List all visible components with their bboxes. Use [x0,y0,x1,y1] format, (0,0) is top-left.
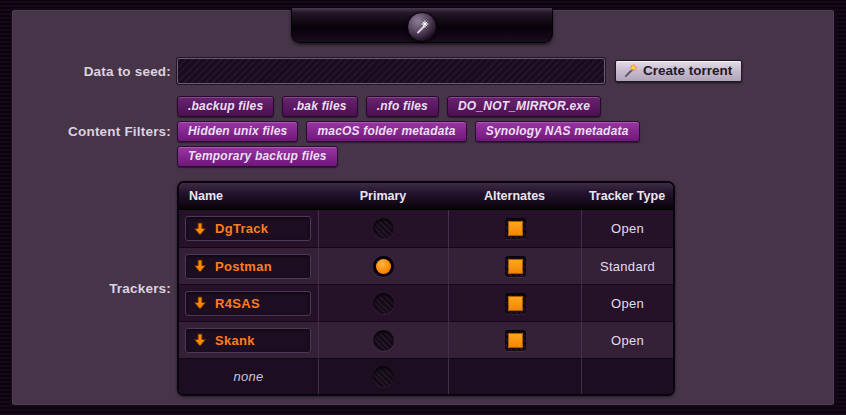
filter-chip[interactable]: .nfo files [366,96,439,117]
trackers-header-row: Name Primary Alternates Tracker Type [179,183,673,210]
section-header-bar[interactable] [291,8,553,43]
tracker-name-label: Postman [215,259,272,274]
trackers-table: Name Primary Alternates Tracker Type [179,183,673,394]
tracker-row-skank: Skank Open [179,321,673,358]
down-arrow-icon [193,333,207,347]
tracker-name-button[interactable]: DgTrack [185,216,311,241]
primary-radio[interactable] [373,218,394,239]
tracker-row-dgtrack: DgTrack Open [179,210,673,247]
filter-chip[interactable]: Temporary backup files [177,146,338,167]
alternates-checkbox[interactable] [505,218,526,239]
primary-radio-none[interactable] [373,366,394,387]
column-header-alternates: Alternates [448,183,581,210]
tracker-name-label: Skank [215,333,255,348]
tracker-row-postman: Postman Standard [179,247,673,284]
tracker-row-none: none [179,358,673,394]
tracker-name-button[interactable]: R4SAS [185,291,311,316]
tracker-name-button[interactable]: Postman [185,254,311,279]
tracker-type-cell: Standard [581,247,673,284]
create-torrent-button[interactable]: Create torrent [615,60,742,82]
content-filters-chip-group: .backup files .bak files .nfo files DO_N… [177,96,657,167]
filter-chip[interactable]: Synology NAS metadata [475,121,640,142]
trackers-table-container: Name Primary Alternates Tracker Type [177,181,675,396]
magic-wand-icon [623,63,638,78]
filter-chip[interactable]: Hidden unix files [177,121,298,142]
content-filters-row: Content Filters: .backup files .bak file… [12,96,834,167]
data-to-seed-input[interactable] [177,58,605,84]
tracker-name-label: DgTrack [215,221,268,236]
tracker-type-cell: Open [581,321,673,358]
alternates-checkbox[interactable] [505,256,526,277]
tracker-type-cell: Open [581,284,673,321]
section-toggle-button[interactable] [407,12,437,42]
filter-chip[interactable]: macOS folder metadata [306,121,466,142]
tracker-type-cell: Open [581,210,673,247]
data-to-seed-label: Data to seed: [12,64,177,79]
down-arrow-icon [193,259,207,273]
tracker-name-label: R4SAS [215,296,260,311]
trackers-row: Trackers: Name Primary Alternates Tracke… [12,181,834,396]
filter-chip[interactable]: .bak files [282,96,357,117]
tracker-row-r4sas: R4SAS Open [179,284,673,321]
create-torrent-form: Data to seed: Create torrent Content [12,58,834,396]
down-arrow-icon [193,296,207,310]
down-arrow-icon [193,222,207,236]
primary-radio[interactable] [373,256,394,277]
content-filters-label: Content Filters: [12,124,177,139]
alternates-checkbox[interactable] [505,330,526,351]
primary-radio[interactable] [373,293,394,314]
trackers-label: Trackers: [12,281,177,296]
primary-radio[interactable] [373,330,394,351]
column-header-primary: Primary [318,183,448,210]
filter-chip[interactable]: .backup files [177,96,274,117]
none-option-label: none [233,369,263,384]
tracker-name-button[interactable]: Skank [185,328,311,353]
alternates-checkbox[interactable] [505,293,526,314]
magic-wand-icon [414,19,430,35]
data-to-seed-row: Data to seed: Create torrent [12,58,834,84]
filter-chip[interactable]: DO_NOT_MIRROR.exe [447,96,601,117]
create-torrent-button-label: Create torrent [643,63,732,78]
column-header-tracker-type: Tracker Type [581,183,673,210]
column-header-name: Name [179,183,318,210]
